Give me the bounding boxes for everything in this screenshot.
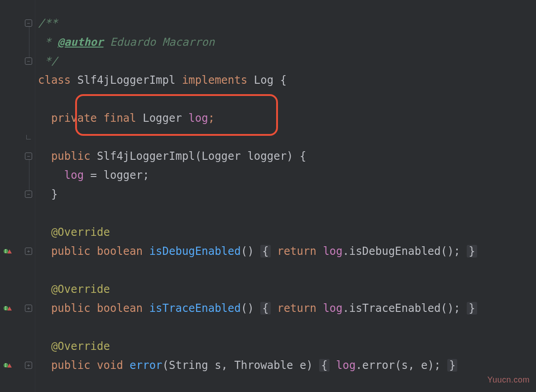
highlight-annotation	[75, 94, 278, 136]
fold-expand-icon[interactable]	[25, 248, 32, 255]
code-token: implements	[182, 74, 254, 86]
fold-collapse-icon[interactable]	[25, 57, 32, 65]
code-line[interactable]: class Slf4jLoggerImpl implements Log {	[35, 71, 536, 90]
code-token: @Override	[51, 226, 110, 239]
code-token: {	[260, 245, 270, 258]
code-token	[330, 359, 336, 372]
code-token: .isTraceEnabled();	[343, 302, 467, 315]
code-token: log	[336, 359, 355, 372]
override-marker[interactable]: I	[3, 361, 12, 370]
code-line[interactable]: */	[35, 52, 536, 71]
code-token: isTraceEnabled	[149, 302, 241, 315]
code-line[interactable]: /**	[35, 14, 536, 33]
up-arrow-icon	[7, 363, 12, 368]
code-line[interactable]: * @author Eduardo Macarron	[35, 33, 536, 52]
code-line[interactable]: }	[35, 185, 536, 204]
override-marker[interactable]: I	[3, 304, 12, 313]
code-token: public	[51, 150, 97, 163]
code-token: {	[319, 359, 329, 372]
code-token: /**	[38, 17, 57, 29]
code-token: }	[467, 245, 477, 258]
code-token: }	[447, 359, 457, 372]
fold-collapse-icon[interactable]	[25, 153, 32, 160]
code-token: log	[64, 169, 84, 182]
up-arrow-icon	[7, 249, 12, 253]
code-token: return	[277, 245, 323, 258]
code-token: = logger;	[84, 169, 149, 182]
code-line[interactable]: public boolean isTraceEnabled() { return…	[35, 299, 536, 318]
code-line[interactable]: public boolean isDebugEnabled() { return…	[35, 242, 536, 261]
code-token: *	[38, 36, 57, 48]
code-line[interactable]: log = logger;	[35, 166, 536, 185]
code-token	[38, 112, 51, 124]
gutter-row	[0, 185, 35, 204]
code-token: }	[38, 188, 57, 201]
code-token: Eduardo Macarron	[104, 36, 215, 48]
code-token: public	[51, 302, 97, 315]
code-token: Slf4jLoggerImpl	[77, 74, 182, 86]
code-token	[38, 226, 51, 239]
code-token: void	[97, 359, 129, 372]
code-token: boolean	[97, 302, 149, 315]
gutter: III	[0, 0, 35, 392]
code-token: log	[323, 245, 342, 258]
code-token: boolean	[97, 245, 149, 258]
code-token: @Override	[51, 340, 110, 353]
gutter-row	[0, 14, 35, 33]
fold-collapse-icon[interactable]	[25, 191, 32, 198]
code-token: {	[280, 74, 287, 86]
code-token	[38, 359, 51, 372]
code-token: (String s, Throwable e)	[163, 359, 320, 372]
code-token	[38, 283, 51, 296]
code-editor[interactable]: /** * @author Eduardo Macarron */class S…	[35, 0, 536, 392]
code-token	[271, 302, 277, 315]
code-token: log	[323, 302, 342, 315]
code-token: isDebugEnabled	[149, 245, 241, 258]
watermark: Yuucn.com	[487, 375, 530, 385]
gutter-row	[0, 128, 35, 147]
code-line[interactable]: public void error(String s, Throwable e)…	[35, 356, 536, 375]
fold-expand-icon[interactable]	[25, 305, 32, 312]
code-line[interactable]: @Override	[35, 337, 536, 356]
code-token: public	[51, 245, 97, 258]
code-token: .isDebugEnabled();	[343, 245, 467, 258]
fold-collapse-icon[interactable]	[25, 19, 32, 27]
code-token	[38, 150, 51, 163]
code-token	[38, 245, 51, 258]
fold-end-icon	[26, 135, 31, 139]
code-token: error	[129, 359, 162, 372]
code-token: {	[260, 302, 270, 315]
code-token: ()	[241, 245, 260, 258]
code-line[interactable]: @Override	[35, 223, 536, 242]
code-token: Slf4jLoggerImpl	[97, 150, 195, 163]
code-token	[38, 340, 51, 353]
code-token	[271, 245, 277, 258]
code-token: ()	[241, 302, 260, 315]
code-token: return	[277, 302, 323, 315]
code-token	[38, 169, 64, 182]
code-token: }	[467, 302, 477, 315]
up-arrow-icon	[7, 306, 12, 311]
fold-expand-icon[interactable]	[25, 362, 32, 369]
code-token: */	[38, 55, 57, 67]
code-token: @author	[57, 36, 103, 48]
code-token: .error(s, e);	[356, 359, 447, 372]
code-token: class	[38, 74, 77, 86]
code-token: public	[51, 359, 97, 372]
code-line[interactable]: public Slf4jLoggerImpl(Logger logger) {	[35, 147, 536, 166]
code-token	[38, 302, 51, 315]
gutter-row	[0, 147, 35, 166]
code-line[interactable]: @Override	[35, 280, 536, 299]
code-token: @Override	[51, 283, 110, 296]
override-marker[interactable]: I	[3, 247, 12, 256]
gutter-row	[0, 52, 35, 71]
code-token: (Logger logger) {	[195, 150, 306, 163]
code-token: Log	[254, 74, 280, 86]
